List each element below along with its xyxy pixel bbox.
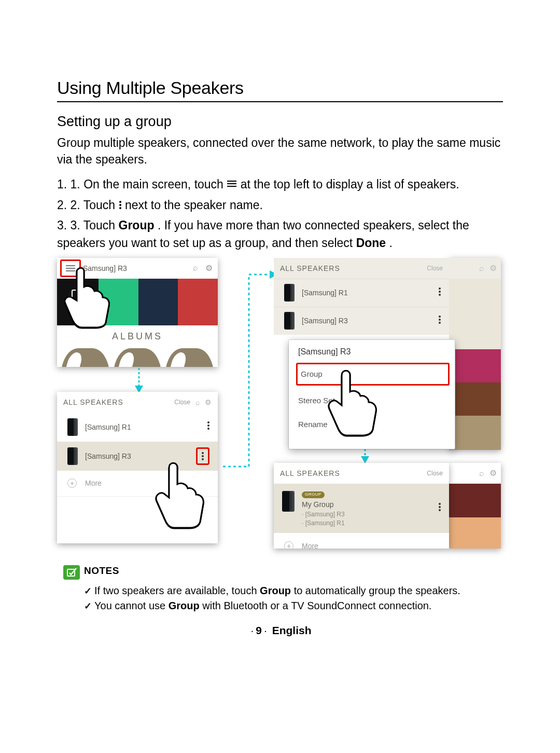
speaker-row-selected[interactable]: [Samsung] R3: [57, 442, 218, 471]
fig3-title: ALL SPEAKERS: [280, 264, 340, 272]
section-subtitle: Setting up a group: [57, 114, 503, 130]
page-footer: ·9· English: [57, 624, 503, 637]
step-1: 1. On the main screen, touch at the top …: [57, 176, 503, 193]
fig1-banner: My Phone: [57, 279, 218, 325]
speaker-icon: [284, 284, 295, 302]
popup-title: [Samsung] R3: [289, 340, 455, 362]
step-2-text-a: 2. Touch: [71, 198, 119, 212]
popup-group-option[interactable]: Group: [296, 363, 450, 386]
speaker-name: [Samsung] R3: [85, 452, 131, 460]
fig1-myphone-label: My Phone: [68, 309, 87, 314]
fig1-albums-tab[interactable]: ALBUMS: [57, 325, 218, 348]
fig1-myphone-tile[interactable]: My Phone: [57, 279, 99, 325]
search-icon[interactable]: ⌕: [479, 264, 484, 273]
fig1-hamburger-button[interactable]: [60, 259, 81, 277]
settings-icon[interactable]: ⚙: [205, 398, 212, 406]
figure-area: Samsung] R3 ⌕ ⚙ My Phone ALBUMS: [57, 258, 503, 554]
step-3-bold-group: Group: [119, 218, 155, 232]
fig4-close-button[interactable]: Close: [427, 470, 443, 477]
flow-arrow-icon: [218, 271, 280, 479]
popup-stereo-option[interactable]: Stereo Set: [289, 389, 455, 413]
more-button[interactable]: [207, 420, 209, 433]
figure-popup-background: ALL SPEAKERS Close [Samsung] R1 [Samsung…: [274, 258, 449, 340]
step-3: 3. Touch Group . If you have more than t…: [57, 217, 503, 252]
settings-icon[interactable]: ⚙: [205, 263, 213, 273]
svg-point-3: [119, 201, 121, 203]
search-icon[interactable]: ⌕: [479, 469, 484, 478]
popup-rename-option[interactable]: Rename: [289, 413, 455, 436]
svg-point-5: [119, 207, 121, 209]
fig2-header: ALL SPEAKERS Close ⌕ ⚙: [57, 392, 218, 413]
hamburger-icon: [227, 180, 237, 188]
speaker-icon: [284, 312, 295, 330]
notes-title: NOTES: [84, 565, 119, 577]
plus-icon: +: [67, 478, 77, 488]
page-language: English: [272, 624, 312, 636]
album-thumb[interactable]: [114, 348, 162, 367]
search-icon[interactable]: ⌕: [195, 398, 200, 406]
speaker-row[interactable]: [Samsung] R3: [274, 307, 449, 335]
step-1-text-b: at the top left to display a list of spe…: [241, 177, 459, 191]
add-more-row[interactable]: + More: [274, 533, 449, 549]
speaker-name: [Samsung] R1: [85, 423, 131, 431]
note-item: You cannot use Group with Bluetooth or a…: [84, 600, 503, 612]
step-3-text-a: 3. Touch: [71, 218, 119, 232]
steps-list: 1. On the main screen, touch at the top …: [57, 176, 503, 251]
more-button[interactable]: [439, 502, 441, 514]
album-thumb[interactable]: [165, 348, 214, 367]
note-text: with Bluetooth or a TV SoundConnect conn…: [200, 600, 432, 611]
add-more-row[interactable]: + More: [57, 471, 218, 497]
speaker-name: [Samsung] R1: [302, 289, 348, 297]
search-icon[interactable]: ⌕: [193, 263, 198, 273]
note-bold: Group: [169, 600, 200, 611]
note-text: You cannot use: [94, 600, 169, 611]
section-intro: Group multiple speakers, connected over …: [57, 135, 503, 168]
fig1-tile-navy[interactable]: [138, 279, 178, 325]
fig1-header: Samsung] R3 ⌕ ⚙: [57, 258, 218, 279]
notes-list: If two speakers are available, touch Gro…: [84, 585, 503, 612]
fig1-tile-red[interactable]: [178, 279, 218, 325]
album-thumb[interactable]: [61, 348, 109, 367]
speaker-row[interactable]: [Samsung] R1: [274, 279, 449, 307]
group-row[interactable]: GROUP My Group · [Samsung] R3 · [Samsung…: [274, 484, 449, 533]
fig3-close-button[interactable]: Close: [427, 265, 443, 272]
more-button[interactable]: [439, 286, 441, 299]
more-label: More: [85, 479, 102, 487]
figure-speaker-list: bum C ALL SPEAKERS Close ⌕ ⚙ [Samsung] R…: [57, 392, 218, 543]
fig4-header: ALL SPEAKERS Close: [274, 463, 449, 484]
fig1-tile-green[interactable]: [99, 279, 138, 325]
fig2-bg-label: bum C: [180, 511, 218, 516]
speaker-icon: [282, 491, 295, 512]
speaker-row[interactable]: [Samsung] R1: [57, 413, 218, 442]
fig2-title: ALL SPEAKERS: [63, 398, 123, 406]
group-badge: GROUP: [302, 491, 325, 498]
phone-icon: [72, 290, 84, 307]
note-text: to automatically group the speakers.: [291, 585, 460, 596]
plus-icon: +: [284, 541, 293, 549]
page-number: 9: [256, 624, 262, 636]
step-3-bold-done: Done: [356, 236, 386, 250]
settings-icon[interactable]: ⚙: [489, 468, 497, 478]
fig1-title: Samsung] R3: [83, 264, 127, 272]
step-1-text-a: 1. On the main screen, touch: [71, 177, 227, 191]
figure-group-result: ALL SPEAKERS Close GROUP My Group · [Sam…: [274, 463, 449, 549]
speaker-name: [Samsung] R3: [302, 317, 348, 325]
fig4-background-strip: ⌕⚙: [449, 463, 501, 549]
speaker-icon: [67, 418, 78, 436]
notes-badge-icon: [63, 565, 80, 580]
more-vertical-icon: [119, 200, 122, 210]
flow-arrow-icon: [134, 368, 144, 394]
step-2-text-b: next to the speaker name.: [125, 198, 263, 212]
note-text: If two speakers are available, touch: [94, 585, 260, 596]
settings-icon[interactable]: ⚙: [489, 263, 497, 273]
svg-marker-13: [361, 456, 369, 463]
fig2-close-button[interactable]: Close: [174, 399, 190, 406]
group-info: GROUP My Group · [Samsung] R3 · [Samsung…: [302, 489, 345, 528]
page-title: Using Multiple Speakers: [57, 78, 503, 98]
more-button-highlighted[interactable]: [196, 447, 209, 465]
group-name: My Group: [302, 500, 333, 509]
more-button[interactable]: [439, 314, 441, 327]
notes-header: NOTES: [63, 565, 503, 580]
figure-context-popup: [Samsung] R3 Group Stereo Set Rename: [289, 340, 455, 449]
fig1-album-thumbs: [57, 348, 218, 367]
